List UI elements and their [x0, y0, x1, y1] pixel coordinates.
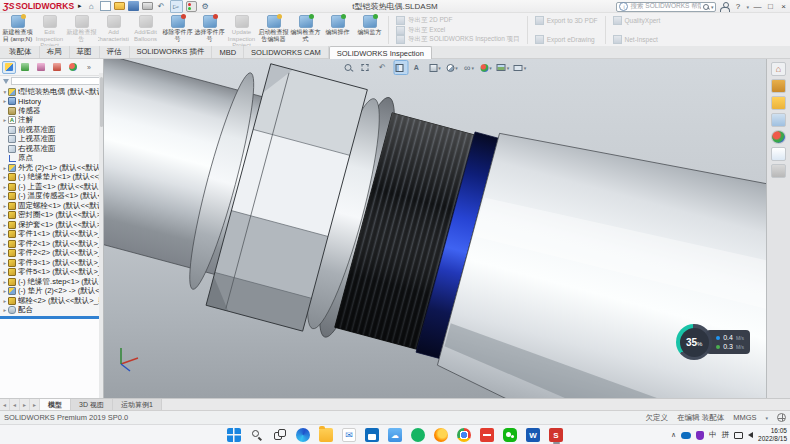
security-app-icon[interactable]	[696, 431, 704, 440]
command-tab[interactable]: 装配体	[2, 46, 40, 58]
tree-root-item[interactable]: ▾ t型铠装热电偶 (默认<默认_显示状态-1	[0, 87, 103, 97]
tabs-scroll-end[interactable]: ▸	[30, 399, 40, 410]
ribbon-button[interactable]: Edit Inspection Project	[34, 14, 65, 46]
feature-manager-tab[interactable]	[2, 61, 16, 74]
help-caret-icon[interactable]: ▾	[746, 4, 749, 10]
custom-properties-icon[interactable]	[771, 147, 786, 161]
configuration-manager-tab[interactable]	[34, 61, 48, 74]
file-explorer-icon[interactable]	[771, 96, 786, 110]
solidworks-resources-icon[interactable]: ⌂	[771, 62, 786, 76]
options-button[interactable]: ⚙	[200, 1, 211, 12]
tree-item[interactable]: ▸ 零件3<1> (默认<<默认>_显示状态	[0, 258, 103, 268]
zoom-area-icon[interactable]: ▾	[360, 60, 375, 75]
tree-item[interactable]: ▸ 零件2<2> (默认<<默认>_显示状态	[0, 249, 103, 259]
design-library-icon[interactable]	[771, 79, 786, 93]
zoom-fit-icon[interactable]: ▾	[343, 60, 358, 75]
dimxpert-manager-tab[interactable]	[50, 61, 64, 74]
tree-item[interactable]: ▸ (-) 温度传感器<1> (默认<<默认>_	[0, 192, 103, 202]
store-icon[interactable]	[364, 426, 380, 444]
green-app-icon[interactable]	[410, 426, 426, 444]
tree-item[interactable]: ▸ 零件1<1> (默认<<默认>_显示状态	[0, 230, 103, 240]
file-explorer-icon[interactable]	[318, 426, 334, 444]
tree-item[interactable]: ▸ History	[0, 97, 103, 107]
ime-mode-indicator[interactable]: 拼	[722, 430, 730, 440]
tree-item[interactable]: ▸ 右视基准面	[0, 144, 103, 154]
task-view-button[interactable]	[272, 426, 288, 444]
hud-caret-icon[interactable]: ▾	[507, 65, 510, 71]
tree-item[interactable]: ▸ 保护套<1> (默认<<默认>_显示状	[0, 220, 103, 230]
command-tab[interactable]: SOLIDWORKS Inspection	[329, 46, 432, 59]
graphics-viewport[interactable]: ▾ ▾ ↶ ▾ ▾	[104, 59, 766, 398]
dynamic-annotation-icon[interactable]: A ▾	[411, 60, 426, 75]
command-tab[interactable]: SOLIDWORKS 插件	[130, 46, 213, 58]
search-caret-icon[interactable]: ▾	[711, 4, 714, 10]
filter-input[interactable]	[11, 77, 100, 85]
onedrive-icon[interactable]	[681, 432, 691, 439]
edge-icon[interactable]	[295, 426, 311, 444]
print-button[interactable]	[142, 2, 153, 10]
mail-icon[interactable]: ✉	[341, 426, 357, 444]
panel-tab-flyout[interactable]: »	[82, 61, 96, 74]
browser-icon[interactable]	[433, 426, 449, 444]
tree-item[interactable]: ▸ (-) 绝缘管.step<1> (默认<<默认>	[0, 277, 103, 287]
ribbon-button[interactable]: Update Inspection Project	[226, 14, 257, 46]
reader-app-icon[interactable]	[479, 426, 495, 444]
export-menu-item[interactable]: Export eDrawing	[535, 35, 598, 44]
view-palette-icon[interactable]	[771, 113, 786, 127]
tree-item[interactable]: ▸ 固定螺栓<1> (默认<<默认>_显示	[0, 201, 103, 211]
open-button[interactable]	[114, 2, 125, 10]
tree-item[interactable]: ▸ (-) 垫片 (2)<2> -> (默认<<默认>_	[0, 287, 103, 297]
command-tab[interactable]: MBD	[212, 46, 244, 58]
edit-appearance-icon[interactable]: ▾	[479, 60, 494, 75]
search-button[interactable]	[249, 426, 265, 444]
ribbon-button[interactable]: Add Characteristic	[98, 14, 129, 46]
close-button[interactable]: ×	[779, 2, 788, 11]
tree-item[interactable]: ▸ 零件5<1> (默认<<默认>_显示状态	[0, 268, 103, 278]
solidworks-icon[interactable]: S	[548, 426, 564, 444]
search-icon[interactable]	[703, 4, 709, 10]
new-document-button[interactable]	[100, 1, 111, 11]
export-menu-item[interactable]: Export to 3D PDF	[535, 16, 598, 25]
tree-item[interactable]: ▸ 原点	[0, 154, 103, 164]
tree-item[interactable]: ▸ 注解	[0, 116, 103, 126]
tree-item[interactable]: ▸ 传感器	[0, 106, 103, 116]
view-settings-icon[interactable]: ▾	[513, 60, 528, 75]
display-style-icon[interactable]: ▾	[445, 60, 460, 75]
start-button[interactable]	[226, 426, 242, 444]
hide-show-items-icon[interactable]: ∞ ▾	[462, 60, 477, 75]
network-tray-icon[interactable]	[734, 432, 743, 439]
maximize-button[interactable]: □	[766, 2, 775, 11]
ribbon-button[interactable]: 新建检查项目 (amp;N)	[2, 14, 33, 46]
tree-item[interactable]: ▸ 螺栓<2> (默认<<默认>_显示状态	[0, 296, 103, 306]
status-item[interactable]: 欠定义	[646, 413, 669, 423]
wechat-icon[interactable]	[502, 426, 518, 444]
document-tab[interactable]: 模型	[40, 399, 71, 410]
tabs-scroll-start[interactable]: ◂	[0, 399, 10, 410]
previous-view-icon[interactable]: ↶ ▾	[377, 60, 392, 75]
tree-item[interactable]: ▸ (-) 上盖<1> (默认<<默认>_显示状	[0, 182, 103, 192]
search-input[interactable]: i 搜索 SOLIDWORKS 帮助 ▾	[616, 2, 716, 12]
view-orientation-icon[interactable]: ▾	[428, 60, 443, 75]
menu-flyout-icon[interactable]: ▸	[78, 2, 82, 10]
tree-item[interactable]: ▸ 外壳 (2)<1> (默认<<默认>_显示状	[0, 163, 103, 173]
tree-item[interactable]: ▸ 前视基准面	[0, 125, 103, 135]
export-menu-item[interactable]: Net-Inspect	[613, 35, 661, 44]
select-button[interactable]: ▻	[170, 0, 183, 13]
status-item[interactable]: 在编辑 装配体	[677, 413, 724, 423]
save-button[interactable]	[128, 1, 139, 11]
ribbon-button[interactable]: 选择零件序号	[194, 14, 225, 46]
globe-icon[interactable]	[777, 413, 786, 422]
undo-button[interactable]: ↶	[156, 1, 167, 12]
rebuild-button[interactable]	[186, 1, 197, 12]
command-tab[interactable]: SOLIDWORKS CAM	[244, 46, 329, 58]
document-tab[interactable]: 运动算例1	[113, 399, 162, 410]
section-view-icon[interactable]: ▾	[394, 60, 409, 75]
volume-icon[interactable]	[748, 432, 753, 438]
ribbon-button[interactable]: 移除零件序号	[162, 14, 193, 46]
hud-caret-icon[interactable]: ▾	[455, 65, 458, 71]
home-button[interactable]: ⌂	[86, 1, 97, 12]
minimize-button[interactable]: —	[753, 2, 762, 11]
word-icon[interactable]: W	[525, 426, 541, 444]
hud-caret-icon[interactable]: ▾	[471, 65, 474, 71]
display-manager-tab[interactable]	[66, 61, 80, 74]
